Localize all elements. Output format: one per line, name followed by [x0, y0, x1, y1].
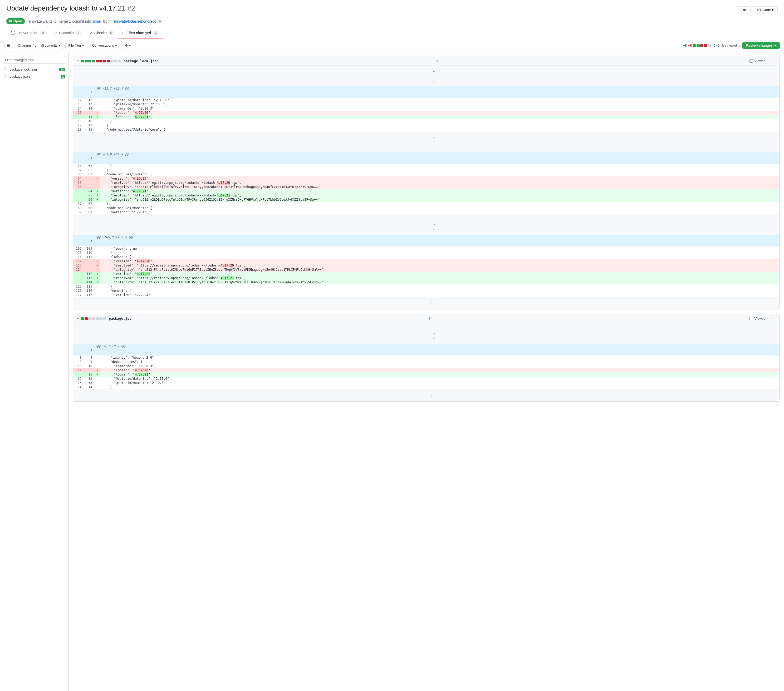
line-num-left: 114 [73, 268, 84, 272]
line-code: } [100, 164, 779, 168]
line-num-left: 14 [73, 385, 84, 389]
collapse-button[interactable]: ▾ [77, 317, 79, 321]
line-num-right [84, 259, 95, 263]
line-code: "integrity": "sha512-PlhdFcill0INfeV7Ni6… [100, 268, 779, 272]
copy-path-button[interactable]: ⎘ [429, 317, 431, 321]
viewed-checkbox-label[interactable]: Viewed [749, 59, 766, 63]
line-sign [94, 285, 100, 289]
tab-files-changed-label: Files changed [127, 31, 151, 35]
diff-line: 14 14 } [73, 385, 779, 389]
expand-down-icon[interactable]: ↓ [433, 143, 435, 148]
line-code: }, [100, 123, 779, 127]
tab-commits[interactable]: ⊙ Commits 1 [50, 27, 86, 39]
stat-block [81, 60, 84, 63]
sidebar-file-item[interactable]: 📄 package-lock.json 14 [0, 66, 68, 73]
diff-filename: package-lock.json [124, 59, 435, 63]
diff-file-header: ▾ package.json ⎘ Viewed ⋯ [73, 314, 779, 323]
line-num-left: 8 [73, 355, 84, 360]
more-options-button[interactable]: ⋯ [769, 316, 775, 321]
expand-down-icon[interactable]: ↓ [431, 393, 433, 398]
line-num-left: 61 [73, 164, 84, 168]
expand-down-icon[interactable]: ↓ [433, 335, 435, 340]
diff-line: 114 + "integrity": "sha512-v2kDEe57lecTu… [73, 280, 779, 285]
viewed-checkbox[interactable] [749, 317, 753, 320]
viewed-checkbox-label[interactable]: Viewed [749, 316, 766, 321]
line-num-left: 116 [73, 289, 84, 293]
line-num-left: 11 [73, 368, 84, 372]
tab-conversation[interactable]: 💬 Conversation 0 [6, 27, 50, 39]
line-num-right: 112 [84, 272, 95, 276]
line-num-left: 109 [73, 247, 84, 251]
diff-toolbar: ⊞ Changes from all commits ▾ File filter… [0, 39, 784, 52]
main-layout: 📄 package-lock.json 14 📄 package.json 2 … [0, 52, 784, 691]
file-diff-stat [81, 318, 106, 320]
expand-row[interactable]: ↑ ⋯ ↓ [73, 214, 779, 235]
base-branch-link[interactable]: main [93, 19, 101, 23]
expand-icon[interactable]: ↕ [91, 156, 92, 160]
hunk-range: @@ -12,7 +12,7 @@ [94, 86, 779, 98]
line-sign: − [94, 263, 100, 268]
line-sign [94, 168, 100, 172]
file-filter-dropdown[interactable]: File filter ▾ [65, 42, 87, 49]
conversations-dropdown[interactable]: Conversations ▾ [89, 42, 120, 49]
tab-files-changed[interactable]: □ Files changed 2 [118, 27, 163, 39]
line-num-left: 117 [73, 293, 84, 297]
settings-dropdown[interactable]: ⚙ ▾ [122, 42, 134, 49]
line-num-right: 10 [84, 364, 95, 368]
edit-button[interactable]: Edit [737, 6, 751, 13]
tab-checks-count: 0 [108, 31, 114, 35]
info-icon: ℹ [738, 44, 740, 48]
diff-files-container: ▾ package-lock.json ⎘ Viewed ⋯ ↑ ⋯ ↓ ↕ [73, 56, 780, 401]
line-num-right: 63 [84, 172, 95, 176]
expand-row[interactable]: ↓ [73, 297, 779, 309]
expand-row[interactable]: ↓ [73, 389, 779, 401]
line-sign [94, 123, 100, 127]
merge-icon: ⇄ [9, 19, 12, 23]
line-sign [94, 202, 100, 206]
more-options-button[interactable]: ⋯ [769, 58, 775, 64]
expand-row[interactable]: ↑ ⋯ ↓ [73, 323, 779, 344]
collapse-button[interactable]: ▾ [77, 59, 79, 63]
line-code: "node_modules/@date-io/core": { [100, 127, 779, 132]
diff-line: 111 111 "lodash": { [73, 255, 779, 259]
line-code: "lodash": "4.17.20", [100, 110, 779, 115]
diff-line: 61 61 } [73, 164, 779, 168]
line-num-right: 9 [84, 360, 95, 364]
review-changes-button[interactable]: Review changes ▾ [742, 42, 780, 49]
hunk-range: @@ -109,9 +109,9 @@ [94, 235, 779, 247]
line-code: "lodash": "4.17.21", [100, 372, 779, 377]
diff-line: 117 117 "version": "2.29.4", [73, 293, 779, 297]
page-header: Update dependency lodash to v4.17.21 #2 … [0, 0, 784, 39]
file-diff-stat [81, 60, 121, 63]
expand-icon[interactable]: ↕ [91, 348, 92, 352]
expand-row[interactable]: ↑ ⋯ ↓ [73, 66, 779, 86]
hunk-expand[interactable]: ↕ [73, 235, 94, 247]
head-branch-link[interactable]: renovate/lodash-monorepo [113, 19, 157, 23]
line-sign [94, 119, 100, 123]
diff-line: 11 + "lodash": "4.17.21", [73, 372, 779, 377]
sidebar-file-item[interactable]: 📄 package.json 2 [0, 73, 68, 80]
copy-path-button[interactable]: ⎘ [436, 59, 438, 63]
expand-icon[interactable]: ↕ [91, 239, 92, 242]
viewed-checkbox[interactable] [749, 59, 753, 63]
expand-row[interactable]: ↑ ⋯ ↓ [73, 132, 779, 152]
line-num-right: 14 [84, 106, 95, 110]
stat-block [92, 318, 95, 320]
toggle-layout-btn[interactable]: ⊞ [4, 42, 13, 49]
expand-down-icon[interactable]: ↓ [431, 301, 433, 306]
line-sign: − [94, 259, 100, 263]
expand-icon[interactable]: ↕ [91, 90, 92, 94]
tab-conversation-count: 0 [40, 31, 46, 35]
code-button[interactable]: </> Code ▾ [753, 6, 778, 13]
filter-files-input[interactable] [2, 56, 66, 64]
copy-branch-btn[interactable]: ⎘ [160, 19, 161, 23]
hunk-expand[interactable]: ↕ [73, 86, 94, 98]
hunk-expand[interactable]: ↕ [73, 152, 94, 164]
expand-down-icon[interactable]: ↓ [433, 78, 435, 83]
changes-from-dropdown[interactable]: Changes from all commits ▾ [15, 42, 63, 49]
tab-checks[interactable]: ✓ Checks 0 [86, 27, 118, 39]
expand-down-icon[interactable]: ↓ [433, 226, 435, 231]
hunk-expand[interactable]: ↕ [73, 344, 94, 355]
pr-description: renovate wants to merge 1 commit into ma… [27, 19, 161, 23]
line-sign [94, 98, 100, 102]
